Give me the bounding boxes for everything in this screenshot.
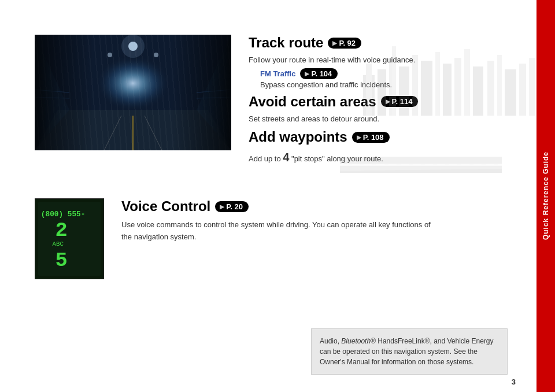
svg-text:(800) 555-: (800) 555- [41, 210, 86, 219]
waypoints-pre: Add up to [249, 154, 283, 163]
svg-rect-29 [473, 66, 483, 116]
svg-point-9 [108, 53, 112, 57]
bottom-section: (800) 555- 2 ABC 5 Voice Control P. 20 U… [0, 187, 536, 291]
road-decoration [340, 157, 502, 173]
svg-marker-15 [35, 35, 69, 150]
voice-control-label: Voice Control [121, 198, 210, 215]
svg-line-6 [145, 116, 162, 150]
svg-rect-31 [497, 55, 502, 116]
bottom-note-text: Audio, Bluetooth® HandsFreeLink®, and Ve… [320, 336, 499, 367]
svg-line-5 [104, 116, 121, 150]
page-number: 3 [512, 378, 516, 386]
svg-rect-34 [529, 58, 535, 116]
voice-control-info: Voice Control P. 20 Use voice commands t… [121, 198, 513, 243]
add-waypoints-heading: Add waypoints P. 108 [249, 129, 513, 145]
svg-rect-19 [378, 69, 386, 116]
svg-point-1 [87, 52, 179, 121]
note-text-1: Audio, [320, 337, 341, 345]
avoid-areas-label: Avoid certain areas [249, 94, 376, 110]
waypoints-number: 4 [283, 151, 289, 164]
svg-rect-18 [366, 64, 372, 116]
svg-marker-2 [35, 110, 231, 150]
svg-line-12 [35, 97, 69, 98]
add-waypoints-ref: P. 108 [352, 132, 390, 143]
voice-control-ref: P. 20 [215, 201, 249, 212]
svg-marker-16 [197, 35, 231, 150]
svg-text:ABC: ABC [53, 241, 64, 247]
svg-rect-27 [454, 58, 461, 116]
svg-rect-24 [421, 61, 432, 116]
svg-line-13 [197, 90, 231, 93]
svg-rect-22 [399, 66, 409, 116]
svg-rect-28 [464, 49, 470, 116]
sidebar-label: Quick Reference Guide [542, 151, 550, 240]
main-content: Track route P. 92 Follow your route in r… [0, 0, 536, 392]
voice-control-heading: Voice Control P. 20 [121, 198, 513, 215]
svg-point-10 [154, 53, 158, 57]
svg-rect-33 [519, 64, 526, 116]
svg-rect-21 [392, 46, 396, 116]
note-bluetooth: Bluetooth® [341, 337, 376, 345]
sidebar-tab: Quick Reference Guide [536, 0, 555, 392]
fm-traffic-label: FM Traffic [260, 69, 295, 78]
bottom-note-box: Audio, Bluetooth® HandsFreeLink®, and Ve… [311, 328, 508, 375]
svg-marker-3 [35, 110, 231, 150]
top-section: Track route P. 92 Follow your route in r… [0, 0, 536, 180]
svg-rect-0 [35, 35, 231, 150]
svg-point-7 [128, 42, 138, 51]
svg-rect-25 [435, 52, 440, 116]
svg-text:5: 5 [55, 249, 67, 272]
svg-rect-26 [443, 64, 452, 116]
tunnel-image [35, 35, 231, 150]
svg-line-11 [35, 90, 69, 93]
svg-text:2: 2 [55, 219, 67, 242]
phone-image: (800) 555- 2 ABC 5 [35, 198, 104, 279]
track-route-label: Track route [249, 35, 323, 51]
svg-rect-23 [412, 55, 418, 116]
svg-rect-30 [487, 61, 494, 116]
svg-point-8 [121, 35, 145, 58]
section-divider [35, 180, 502, 181]
svg-line-14 [197, 97, 231, 98]
skyline-decoration [363, 29, 536, 116]
add-waypoints-label: Add waypoints [249, 129, 347, 145]
track-route-ref: P. 92 [328, 38, 361, 49]
svg-rect-32 [505, 69, 516, 116]
fm-traffic-ref: P. 104 [300, 68, 338, 79]
voice-control-desc: Use voice commands to control the system… [121, 219, 439, 243]
